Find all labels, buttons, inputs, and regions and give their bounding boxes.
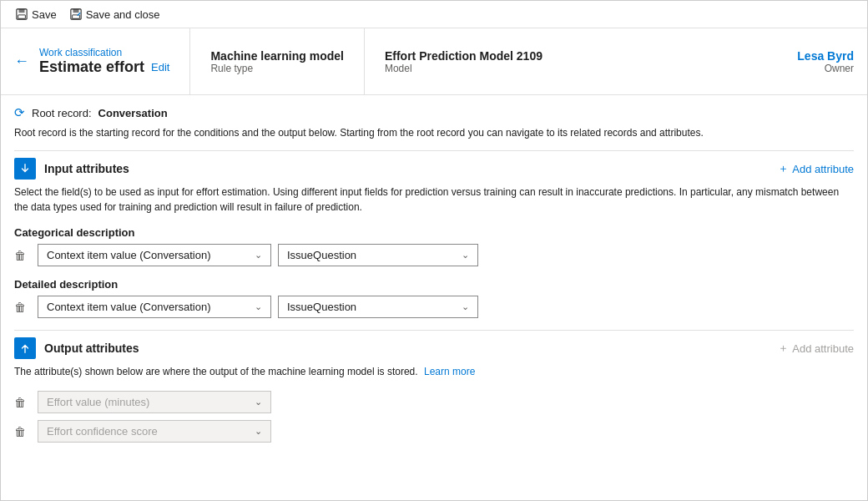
learn-more-link[interactable]: Learn more	[424, 366, 475, 377]
owner-name[interactable]: Lesa Byrd	[797, 49, 854, 63]
rule-type-block: Machine learning model Rule type	[189, 28, 363, 94]
output-row-0: 🗑 Effort value (minutes) ⌄	[14, 391, 854, 413]
page-title: Estimate effort	[39, 58, 144, 76]
header-bar: ← Work classification Estimate effort Ed…	[1, 28, 867, 95]
save-label: Save	[32, 8, 57, 21]
output-delete-icon-1[interactable]: 🗑	[14, 425, 31, 438]
categorical-type-value-0: IssueQuestion	[287, 249, 356, 261]
page-title-group: Estimate effort Edit	[39, 58, 169, 76]
detailed-field-value-0: Context item value (Conversation)	[47, 301, 211, 313]
output-title-group: Output attributes	[14, 337, 139, 359]
categorical-type-dropdown-0[interactable]: IssueQuestion ⌄	[278, 244, 478, 266]
input-title-group: Input attributes	[14, 158, 129, 180]
output-section-header: Output attributes ＋ Add attribute	[14, 331, 854, 364]
owner-label: Owner	[797, 63, 854, 74]
model-value: Effort Prediction Model 2109	[385, 49, 542, 63]
input-section-description: Select the field(s) to be used as input …	[14, 185, 854, 215]
output-field-dropdown-0: Effort value (minutes) ⌄	[38, 391, 271, 413]
add-input-attribute-label: Add attribute	[792, 163, 854, 175]
output-field-chevron-1: ⌄	[255, 426, 262, 437]
breadcrumb[interactable]: Work classification	[39, 47, 169, 58]
output-section-icon	[14, 337, 36, 359]
save-and-close-button[interactable]: Save and close	[63, 5, 167, 24]
model-block: Effort Prediction Model 2109 Model	[364, 28, 563, 94]
input-section-header: Input attributes ＋ Add attribute	[14, 151, 854, 185]
rule-type-label: Rule type	[210, 63, 343, 74]
categorical-field-chevron-0: ⌄	[255, 250, 262, 261]
categorical-field-value-0: Context item value (Conversation)	[47, 249, 211, 261]
output-attributes-section: Output attributes ＋ Add attribute The at…	[14, 330, 854, 443]
output-section-title: Output attributes	[44, 342, 139, 355]
output-delete-icon-0[interactable]: 🗑	[14, 396, 31, 409]
header-nav: ← Work classification Estimate effort Ed…	[14, 28, 169, 94]
output-field-chevron-0: ⌄	[255, 397, 262, 407]
detailed-delete-icon-0[interactable]: 🗑	[14, 301, 31, 314]
categorical-type-chevron-0: ⌄	[462, 250, 469, 261]
categorical-row-0: 🗑 Context item value (Conversation) ⌄ Is…	[14, 244, 854, 266]
detailed-type-chevron-0: ⌄	[462, 301, 469, 312]
save-icon	[16, 8, 28, 20]
output-row-1: 🗑 Effort confidence score ⌄	[14, 420, 854, 443]
categorical-delete-icon-0[interactable]: 🗑	[14, 249, 31, 262]
root-record-description: Root record is the starting record for t…	[14, 125, 854, 140]
input-section-title: Input attributes	[44, 162, 129, 175]
output-desc-text: The attribute(s) shown below are where t…	[14, 366, 418, 377]
root-record-label: Root record:	[32, 107, 92, 119]
output-section-description: The attribute(s) shown below are where t…	[14, 364, 854, 379]
svg-rect-4	[73, 9, 78, 13]
output-field-value-0: Effort value (minutes)	[47, 396, 149, 408]
input-attributes-section: Input attributes ＋ Add attribute Select …	[14, 150, 854, 318]
svg-rect-5	[72, 15, 79, 18]
root-record-value: Conversation	[98, 107, 168, 119]
save-button[interactable]: Save	[9, 5, 63, 24]
add-output-plus-icon: ＋	[778, 341, 789, 356]
edit-link[interactable]: Edit	[151, 61, 169, 73]
root-record-icon: ⟳	[14, 105, 25, 120]
save-close-label: Save and close	[86, 8, 160, 21]
detailed-field-chevron-0: ⌄	[255, 301, 262, 312]
svg-rect-1	[19, 9, 25, 13]
detailed-row-0: 🗑 Context item value (Conversation) ⌄ Is…	[14, 296, 854, 318]
categorical-label: Categorical description	[14, 226, 854, 239]
owner-block: Lesa Byrd Owner	[777, 28, 854, 94]
categorical-group: Categorical description 🗑 Context item v…	[14, 226, 854, 266]
output-field-value-1: Effort confidence score	[47, 425, 158, 438]
model-label: Model	[385, 63, 542, 74]
add-output-attribute-label: Add attribute	[792, 342, 854, 355]
add-input-attribute-button[interactable]: ＋ Add attribute	[778, 161, 854, 176]
output-field-dropdown-1: Effort confidence score ⌄	[38, 420, 271, 443]
back-button[interactable]: ←	[14, 53, 29, 70]
svg-rect-2	[18, 15, 26, 18]
rule-type-value: Machine learning model	[210, 49, 343, 63]
add-output-attribute-button: ＋ Add attribute	[778, 341, 854, 356]
detailed-type-dropdown-0[interactable]: IssueQuestion ⌄	[278, 296, 478, 318]
categorical-field-dropdown-0[interactable]: Context item value (Conversation) ⌄	[38, 244, 271, 266]
detailed-label: Detailed description	[14, 278, 854, 291]
root-record-bar: ⟳ Root record: Conversation	[14, 105, 854, 120]
save-close-icon	[70, 8, 82, 20]
input-section-icon	[14, 158, 36, 180]
detailed-type-value-0: IssueQuestion	[287, 301, 356, 313]
toolbar: Save Save and close	[1, 1, 867, 28]
main-content: ⟳ Root record: Conversation Root record …	[1, 95, 867, 459]
detailed-field-dropdown-0[interactable]: Context item value (Conversation) ⌄	[38, 296, 271, 318]
detailed-group: Detailed description 🗑 Context item valu…	[14, 278, 854, 318]
breadcrumb-block: Work classification Estimate effort Edit	[39, 47, 169, 76]
add-input-plus-icon: ＋	[778, 161, 789, 176]
